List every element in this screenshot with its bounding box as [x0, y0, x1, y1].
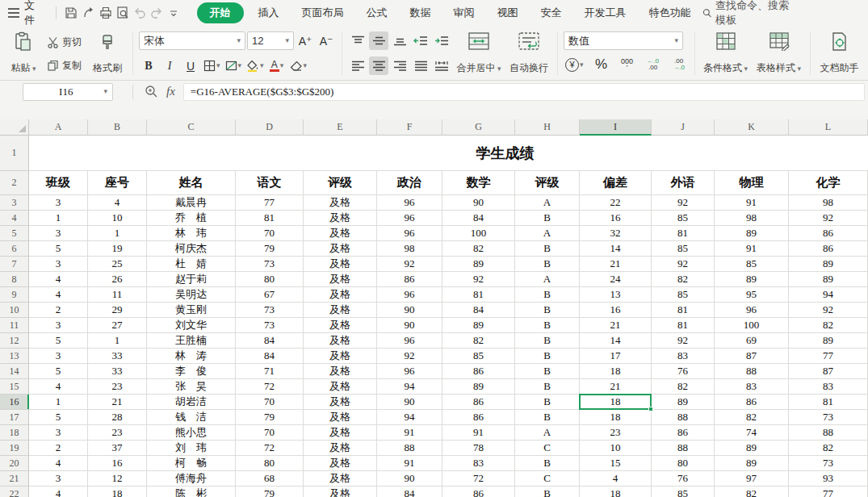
cell-I10[interactable]: 16	[580, 303, 652, 318]
cell-F14[interactable]: 96	[377, 364, 442, 379]
cell-G7[interactable]: 89	[442, 257, 515, 272]
row-header-8[interactable]: 8	[0, 272, 29, 287]
cell-C13[interactable]: 林 涛	[147, 349, 236, 364]
cell-G22[interactable]: 86	[442, 487, 515, 497]
cell-G8[interactable]: 92	[442, 272, 515, 287]
cell-E22[interactable]: 及格	[304, 487, 377, 497]
column-header-C[interactable]: C	[147, 119, 236, 136]
cell-F6[interactable]: 98	[377, 241, 442, 257]
cell-C17[interactable]: 钱 洁	[147, 410, 236, 425]
cell-C21[interactable]: 傅海舟	[147, 471, 236, 487]
cell-J14[interactable]: 76	[652, 364, 715, 379]
cell-E11[interactable]: 及格	[304, 318, 377, 333]
cell-B6[interactable]: 19	[88, 241, 147, 257]
row-header-7[interactable]: 7	[0, 257, 29, 272]
cell-G6[interactable]: 82	[442, 241, 515, 257]
increase-font-button[interactable]: A⁺	[296, 31, 315, 50]
cell-J10[interactable]: 81	[652, 303, 715, 318]
cell-I8[interactable]: 24	[580, 272, 652, 287]
cell-K17[interactable]: 82	[715, 410, 789, 425]
cell-H10[interactable]: B	[515, 303, 580, 318]
row-header-22[interactable]: 22	[0, 487, 29, 497]
cell-D17[interactable]: 79	[236, 410, 304, 425]
cell-K8[interactable]: 89	[715, 272, 789, 287]
cell-D18[interactable]: 70	[236, 425, 304, 441]
cell-B20[interactable]: 16	[88, 456, 147, 471]
cell-D13[interactable]: 84	[236, 349, 304, 364]
cell-C10[interactable]: 黄玉刚	[147, 303, 236, 318]
align-center-button[interactable]	[369, 56, 388, 75]
paste-button[interactable]: 粘贴 ▾	[5, 29, 42, 78]
row-header-11[interactable]: 11	[0, 318, 29, 333]
align-middle-button[interactable]	[369, 31, 388, 50]
cell-H18[interactable]: A	[515, 425, 580, 441]
cell-A10[interactable]: 2	[29, 303, 88, 318]
header-cell-C[interactable]: 姓名	[147, 171, 236, 195]
cell-E7[interactable]: 及格	[304, 257, 377, 272]
column-header-A[interactable]: A	[29, 119, 88, 136]
cell-H11[interactable]: B	[515, 318, 580, 333]
cell-C3[interactable]: 戴晨冉	[147, 195, 236, 211]
cell-D15[interactable]: 72	[236, 379, 304, 395]
cell-A13[interactable]: 3	[29, 349, 88, 364]
cell-F18[interactable]: 91	[377, 425, 442, 441]
cell-D22[interactable]: 79	[236, 487, 304, 497]
decrease-indent-button[interactable]	[411, 31, 430, 50]
borders-button[interactable]: ▾	[202, 56, 222, 75]
cell-A9[interactable]: 4	[29, 287, 88, 303]
cell-I16[interactable]: 18	[580, 395, 652, 410]
format-painter-button[interactable]: 格式刷	[86, 29, 128, 78]
cell-H9[interactable]: B	[515, 287, 580, 303]
cell-D8[interactable]: 80	[236, 272, 304, 287]
cell-H19[interactable]: C	[515, 441, 580, 456]
font-color-button[interactable]: A▾	[267, 56, 287, 75]
cell-B22[interactable]: 18	[88, 487, 147, 497]
cell-L20[interactable]: 73	[789, 456, 868, 471]
cell-I3[interactable]: 22	[580, 195, 652, 211]
cell-D12[interactable]: 84	[236, 333, 304, 349]
cell-L19[interactable]: 82	[789, 441, 868, 456]
cell-K5[interactable]: 89	[715, 226, 789, 241]
cell-K14[interactable]: 88	[715, 364, 789, 379]
table-style-button[interactable]: 表格样式 ▾	[753, 29, 806, 78]
row-header-2[interactable]: 2	[0, 171, 29, 195]
cell-I7[interactable]: 21	[580, 257, 652, 272]
cell-C11[interactable]: 刘文华	[147, 318, 236, 333]
cell-J9[interactable]: 85	[652, 287, 715, 303]
cell-H17[interactable]: B	[515, 410, 580, 425]
cell-A15[interactable]: 4	[29, 379, 88, 395]
cell-D14[interactable]: 71	[236, 364, 304, 379]
cell-H21[interactable]: C	[515, 471, 580, 487]
cell-J6[interactable]: 85	[652, 241, 715, 257]
cell-F3[interactable]: 96	[377, 195, 442, 211]
export-button[interactable]	[80, 3, 97, 23]
fill-color-button[interactable]: ▾	[245, 56, 266, 75]
increase-indent-button[interactable]	[432, 31, 451, 50]
cut-button[interactable]: 剪切	[44, 32, 85, 52]
cell-H3[interactable]: A	[515, 195, 580, 211]
cell-H13[interactable]: B	[515, 349, 580, 364]
wrap-text-button[interactable]: 自动换行	[505, 29, 553, 78]
cell-B12[interactable]: 1	[88, 333, 147, 349]
cell-K10[interactable]: 96	[715, 303, 789, 318]
cell-C15[interactable]: 张 昊	[147, 379, 236, 395]
header-cell-H[interactable]: 评级	[515, 171, 580, 195]
eraser-button[interactable]: ▾	[288, 56, 309, 75]
cell-A7[interactable]: 3	[29, 257, 88, 272]
command-search[interactable]: 查找命令、搜索模板	[702, 0, 791, 27]
cell-H7[interactable]: B	[515, 257, 580, 272]
cell-J7[interactable]: 92	[652, 257, 715, 272]
merge-center-button[interactable]: 合并居中 ▾	[453, 29, 505, 78]
cell-A6[interactable]: 5	[29, 241, 88, 257]
cell-E21[interactable]: 及格	[304, 471, 377, 487]
cell-L13[interactable]: 77	[789, 349, 868, 364]
cell-B8[interactable]: 26	[88, 272, 147, 287]
cell-C8[interactable]: 赵于莉	[147, 272, 236, 287]
row-header-12[interactable]: 12	[0, 333, 29, 349]
cell-L12[interactable]: 89	[789, 333, 868, 349]
cell-G16[interactable]: 86	[442, 395, 515, 410]
cell-G20[interactable]: 83	[442, 456, 515, 471]
row-header-16[interactable]: 16	[0, 395, 29, 410]
print-button[interactable]	[97, 3, 114, 23]
cell-L22[interactable]: 77	[789, 487, 868, 497]
